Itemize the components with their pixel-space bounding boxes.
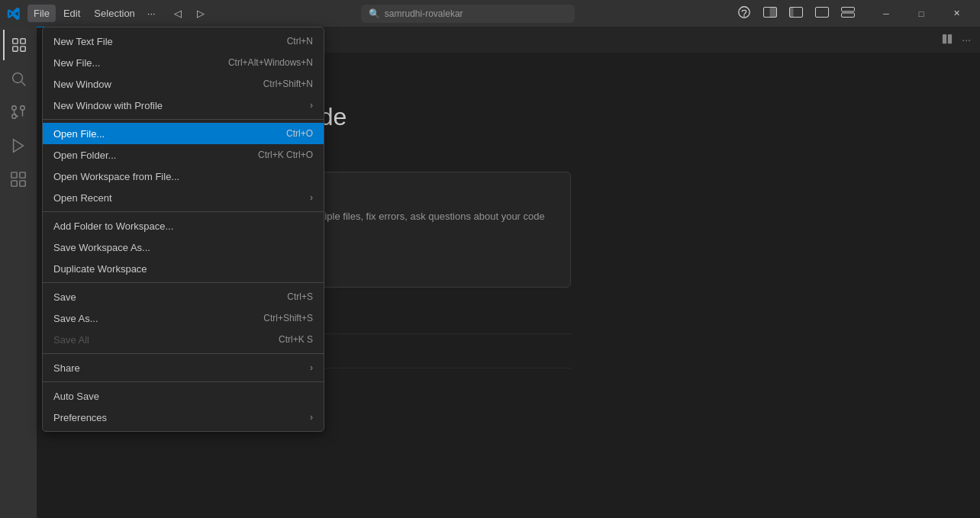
menu-overlay: New Text FileCtrl+NNew File...Ctrl+Alt+W…	[0, 27, 980, 518]
menu-item-new-text-file[interactable]: New Text FileCtrl+N	[43, 31, 324, 52]
menu-item-label-3: New Window with Profile	[53, 100, 302, 111]
menu-item-label-15: Save As...	[53, 313, 248, 324]
menu-item-shortcut-16: Ctrl+K S	[279, 334, 313, 345]
layout-toggle-1[interactable]	[759, 5, 782, 21]
titlebar-menu: File Edit Selection ···	[27, 5, 160, 22]
menu-item-label-12: Duplicate Workspace	[53, 263, 313, 275]
menu-item-open-recent[interactable]: Open Recent›	[43, 187, 324, 208]
menu-item-arrow-18: ›	[310, 362, 313, 373]
menu-item-open-folder[interactable]: Open Folder...Ctrl+K Ctrl+O	[43, 144, 324, 166]
menu-more[interactable]: ···	[143, 5, 160, 22]
menu-item-shortcut-2: Ctrl+Shift+N	[263, 79, 313, 89]
minimize-button[interactable]: ─	[869, 0, 904, 27]
nav-forward[interactable]: ▷	[192, 6, 209, 21]
menu-item-save[interactable]: SaveCtrl+S	[43, 286, 324, 307]
svg-rect-6	[816, 8, 829, 18]
svg-rect-7	[842, 8, 855, 12]
menu-item-add-folder-to-workspace[interactable]: Add Folder to Workspace...	[43, 215, 324, 236]
menu-item-label-11: Save Workspace As...	[53, 242, 313, 253]
copilot-icon-btn[interactable]	[733, 4, 756, 23]
menu-separator-13	[43, 282, 324, 283]
menu-item-new-file[interactable]: New File...Ctrl+Alt+Windows+N	[43, 52, 324, 73]
menu-item-label-2: New Window	[53, 79, 248, 90]
titlebar-actions	[733, 4, 859, 23]
layout-toggle-3[interactable]	[811, 5, 833, 21]
menu-item-label-7: Open Workspace from File...	[53, 171, 313, 182]
menu-separator-19	[43, 381, 324, 382]
menu-item-share[interactable]: Share›	[43, 357, 324, 378]
menu-item-shortcut-15: Ctrl+Shift+S	[263, 313, 313, 323]
menu-item-shortcut-1: Ctrl+Alt+Windows+N	[228, 57, 313, 68]
menu-separator-9	[43, 211, 324, 212]
file-dropdown-menu: New Text FileCtrl+NNew File...Ctrl+Alt+W…	[42, 27, 324, 432]
menu-item-label-10: Add Folder to Workspace...	[53, 220, 313, 232]
menu-item-shortcut-5: Ctrl+O	[286, 128, 313, 139]
menu-edit[interactable]: Edit	[57, 5, 86, 22]
menu-item-save-all: Save AllCtrl+K S	[43, 329, 324, 350]
search-icon: 🔍	[369, 8, 380, 19]
svg-point-1	[743, 15, 745, 17]
layout-toggle-4[interactable]	[837, 5, 859, 21]
menu-selection[interactable]: Selection	[88, 5, 140, 22]
menu-item-label-16: Save All	[53, 334, 263, 346]
window-controls: ─ □ ✕	[869, 0, 974, 27]
svg-rect-8	[842, 13, 855, 18]
menu-item-shortcut-14: Ctrl+S	[287, 291, 313, 302]
maximize-button[interactable]: □	[904, 0, 939, 27]
menu-item-label-1: New File...	[53, 57, 213, 69]
menu-item-label-0: New Text File	[53, 36, 272, 47]
titlebar: File Edit Selection ··· ◁ ▷ 🔍 samrudhi-r…	[0, 0, 980, 27]
menu-separator-17	[43, 353, 324, 354]
menu-item-open-file[interactable]: Open File...Ctrl+O	[43, 123, 324, 144]
nav-buttons: ◁ ▷	[169, 6, 209, 21]
menu-item-new-window-with-profile[interactable]: New Window with Profile›	[43, 95, 324, 116]
menu-item-arrow-3: ›	[310, 100, 313, 111]
menu-item-arrow-8: ›	[310, 192, 313, 203]
menu-item-shortcut-0: Ctrl+N	[287, 36, 313, 47]
menu-item-label-20: Auto Save	[53, 391, 313, 402]
menu-item-auto-save[interactable]: Auto Save	[43, 385, 324, 407]
menu-separator-4	[43, 119, 324, 120]
close-button[interactable]: ✕	[939, 0, 974, 27]
menu-item-label-5: Open File...	[53, 128, 271, 140]
menu-item-label-18: Share	[53, 362, 302, 374]
vscode-icon	[6, 6, 21, 21]
svg-rect-5	[790, 8, 794, 18]
menu-item-save-as[interactable]: Save As...Ctrl+Shift+S	[43, 307, 324, 329]
menu-item-label-21: Preferences	[53, 412, 302, 423]
menu-item-preferences[interactable]: Preferences›	[43, 407, 324, 428]
svg-rect-3	[770, 8, 777, 18]
nav-back[interactable]: ◁	[169, 6, 186, 21]
search-bar[interactable]: 🔍 samrudhi-rovalekar	[361, 5, 575, 23]
menu-item-label-14: Save	[53, 291, 272, 303]
search-text: samrudhi-rovalekar	[385, 8, 463, 19]
menu-item-open-workspace-from-file[interactable]: Open Workspace from File...	[43, 166, 324, 187]
menu-item-new-window[interactable]: New WindowCtrl+Shift+N	[43, 73, 324, 95]
menu-item-shortcut-6: Ctrl+K Ctrl+O	[258, 150, 313, 160]
menu-item-label-6: Open Folder...	[53, 150, 243, 161]
layout-toggle-2[interactable]	[785, 5, 808, 21]
menu-item-arrow-21: ›	[310, 412, 313, 423]
menu-item-duplicate-workspace[interactable]: Duplicate Workspace	[43, 258, 324, 279]
menu-item-label-8: Open Recent	[53, 192, 302, 204]
menu-item-save-workspace-as[interactable]: Save Workspace As...	[43, 236, 324, 258]
menu-file[interactable]: File	[27, 5, 56, 22]
